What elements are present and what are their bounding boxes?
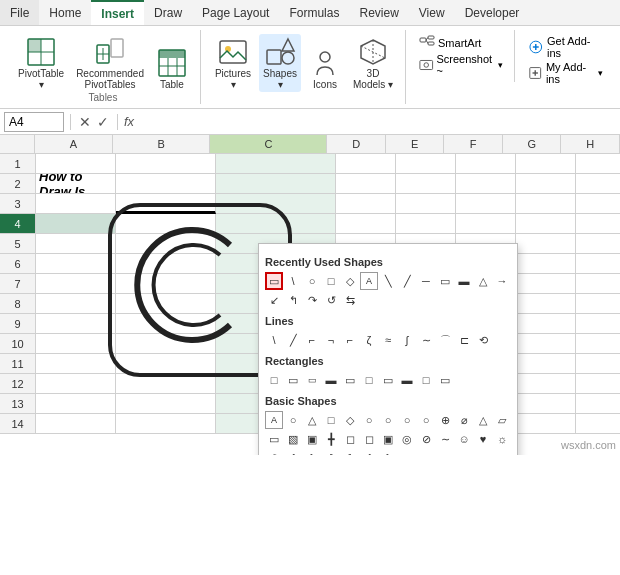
shape-icon[interactable]: ○ [303, 272, 321, 290]
pictures-button[interactable]: Pictures ▾ [211, 34, 255, 92]
shape-icon[interactable]: ⇆ [341, 291, 359, 309]
cell-a10[interactable] [36, 334, 116, 354]
cell-b13[interactable] [116, 394, 216, 414]
shape-icon[interactable]: ▭ [436, 272, 454, 290]
cell-f2[interactable] [456, 174, 516, 194]
cell-h13[interactable] [576, 394, 620, 414]
shape-icon[interactable]: □ [265, 371, 283, 389]
shape-icon[interactable]: △ [303, 411, 321, 429]
cell-a7[interactable] [36, 274, 116, 294]
shape-icon[interactable]: ─ [417, 272, 435, 290]
screenshot-button[interactable]: Screenshot ~ ▾ [416, 52, 506, 78]
shape-icon[interactable]: ▱ [493, 411, 511, 429]
shape-icon[interactable]: ◇ [341, 272, 359, 290]
shape-icon[interactable]: { [284, 449, 302, 455]
shape-icon[interactable]: □ [360, 371, 378, 389]
cell-h12[interactable] [576, 374, 620, 394]
cell-g4[interactable] [516, 214, 576, 234]
row-header-5[interactable]: 5 [0, 234, 35, 254]
cell-a11[interactable] [36, 354, 116, 374]
tab-file[interactable]: File [0, 0, 39, 25]
cell-g1[interactable] [516, 154, 576, 174]
shape-icon[interactable]: △ [474, 272, 492, 290]
my-addins-button[interactable]: My Add-ins ▾ [525, 60, 606, 86]
shape-icon[interactable]: \ [265, 331, 283, 349]
cell-h5[interactable] [576, 234, 620, 254]
shape-icon[interactable]: ⟲ [474, 331, 492, 349]
shape-icon[interactable]: ζ [360, 331, 378, 349]
shape-icon[interactable]: { [360, 449, 378, 455]
cell-b5[interactable] [116, 234, 216, 254]
smartart-button[interactable]: SmartArt [416, 34, 506, 52]
cell-a5[interactable] [36, 234, 116, 254]
shape-icon[interactable]: ∼ [436, 430, 454, 448]
pivot-table-button[interactable]: PivotTable ▾ [14, 34, 68, 92]
cell-a6[interactable] [36, 254, 116, 274]
recommended-pivot-button[interactable]: Recommended PivotTables [72, 34, 148, 92]
shape-icon[interactable]: ♥ [474, 430, 492, 448]
shape-icon[interactable]: ☽ [265, 449, 283, 455]
cell-g12[interactable] [516, 374, 576, 394]
shape-icon[interactable]: ▣ [303, 430, 321, 448]
cell-h7[interactable] [576, 274, 620, 294]
cell-e1[interactable] [396, 154, 456, 174]
cell-b7[interactable] [116, 274, 216, 294]
cell-a4[interactable] [36, 214, 116, 234]
row-header-2[interactable]: 2 [0, 174, 35, 194]
cell-e2[interactable] [396, 174, 456, 194]
shape-icon[interactable]: ▬ [455, 272, 473, 290]
cell-b10[interactable] [116, 334, 216, 354]
shape-icon[interactable]: ◻ [360, 430, 378, 448]
shape-icon[interactable]: ◎ [398, 430, 416, 448]
name-box[interactable] [4, 112, 64, 132]
cancel-formula-icon[interactable]: ✕ [77, 114, 93, 130]
cell-h1[interactable] [576, 154, 620, 174]
row-header-3[interactable]: 3 [0, 194, 35, 214]
row-header-7[interactable]: 7 [0, 274, 35, 294]
shape-icon[interactable]: ⌐ [341, 331, 359, 349]
cell-g5[interactable] [516, 234, 576, 254]
shape-icon[interactable]: [ [322, 449, 340, 455]
cell-d4[interactable] [336, 214, 396, 234]
tab-page-layout[interactable]: Page Layout [192, 0, 279, 25]
get-addins-button[interactable]: Get Add-ins [525, 34, 606, 60]
cell-g14[interactable] [516, 414, 576, 434]
cell-h11[interactable] [576, 354, 620, 374]
row-header-11[interactable]: 11 [0, 354, 35, 374]
cell-h3[interactable] [576, 194, 620, 214]
cell-h4[interactable] [576, 214, 620, 234]
shape-icon[interactable]: ╋ [322, 430, 340, 448]
cell-b9[interactable] [116, 314, 216, 334]
shape-icon[interactable]: ▭ [284, 371, 302, 389]
row-header-9[interactable]: 9 [0, 314, 35, 334]
cell-g10[interactable] [516, 334, 576, 354]
shapes-dropdown-panel[interactable]: Recently Used Shapes ▭ \ ○ □ ◇ A ╲ ╱ ─ ▭… [258, 243, 518, 455]
cell-e3[interactable] [396, 194, 456, 214]
col-header-g[interactable]: G [503, 135, 562, 153]
cell-h14[interactable] [576, 414, 620, 434]
shape-icon[interactable]: ▭ [303, 371, 321, 389]
cell-a12[interactable] [36, 374, 116, 394]
col-header-f[interactable]: F [444, 135, 503, 153]
shape-icon[interactable]: ↙ [265, 291, 283, 309]
cell-b6[interactable] [116, 254, 216, 274]
cell-c1[interactable] [216, 154, 336, 174]
shape-icon[interactable]: ▧ [284, 430, 302, 448]
select-all-button[interactable] [0, 135, 35, 153]
cell-b12[interactable] [116, 374, 216, 394]
shape-icon[interactable]: } [379, 449, 397, 455]
cell-a9[interactable] [36, 314, 116, 334]
cell-b14[interactable] [116, 414, 216, 434]
confirm-formula-icon[interactable]: ✓ [95, 114, 111, 130]
shape-icon[interactable]: ○ [360, 411, 378, 429]
shape-icon[interactable]: △ [474, 411, 492, 429]
cell-d2[interactable] [336, 174, 396, 194]
cell-e4[interactable] [396, 214, 456, 234]
row-header-14[interactable]: 14 [0, 414, 35, 434]
cell-g9[interactable] [516, 314, 576, 334]
cell-c4[interactable] [216, 214, 336, 234]
cell-a1[interactable] [36, 154, 116, 174]
cell-a2[interactable]: How to Draw Is [36, 174, 116, 194]
col-header-b[interactable]: B [113, 135, 210, 153]
col-header-d[interactable]: D [327, 135, 386, 153]
